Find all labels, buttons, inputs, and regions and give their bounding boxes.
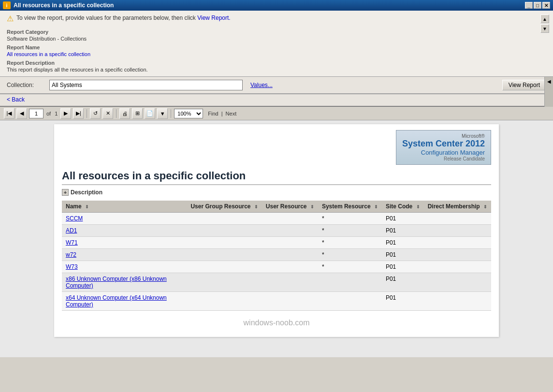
cell-user-group [187,213,262,225]
collapse-arrow-icon: ◀ [547,79,551,84]
cell-direct-membership [424,225,491,237]
cell-site-code: P01 [382,261,424,273]
col-system-resource[interactable]: System Resource ⇕ [318,201,382,213]
row-name-link[interactable]: W71 [66,239,78,246]
report-table: Name ⇕ User Group Resource ⇕ User Resour… [62,201,491,311]
window-controls: _ □ ✕ [525,2,550,9]
export-button[interactable]: 📄 [145,108,155,119]
category-value: Software Distribution - Collections [7,36,546,42]
table-row: W71*P01 [62,237,491,249]
cell-system-resource: * [318,237,382,249]
cell-system-resource [318,292,382,311]
row-name-link[interactable]: x86 Unknown Computer (x86 Unknown Comput… [66,276,167,289]
category-label: Report Category [7,29,546,35]
maximize-button[interactable]: □ [534,2,541,9]
view-report-button[interactable]: View Report [502,80,546,90]
desc-section: + Description [62,189,491,196]
cell-user-resource [262,213,318,225]
cell-user-resource [262,225,318,237]
collapse-up-btn[interactable]: ▲ [540,15,549,23]
report-desc-label: Report Description [7,60,546,66]
refresh-button[interactable]: ↺ [90,108,101,119]
zoom-select[interactable]: 100% 75% 50% 125% 150% [174,109,203,118]
cell-name: SCCM [62,213,187,225]
page-number-input[interactable] [29,109,44,118]
desc-toggle-icon: + [62,189,69,196]
info-warning: ⚠ To view the report, provide values for… [7,15,546,23]
table-row: x86 Unknown Computer (x86 Unknown Comput… [62,273,491,292]
separator-3 [171,109,171,118]
close-button[interactable]: ✕ [542,2,550,9]
cell-direct-membership [424,213,491,225]
back-link[interactable]: < Back [7,96,25,103]
window-title: All resources in a specific collection [14,2,114,9]
collection-label: Collection: [7,82,45,88]
cell-system-resource: * [318,213,382,225]
separator-1 [87,109,87,118]
table-row: W73*P01 [62,261,491,273]
cell-site-code: P01 [382,292,424,311]
back-link-panel: < Back [0,94,553,107]
report-desc-value: This report displays all the resources i… [7,67,546,73]
info-panel: ⚠ To view the report, provide values for… [0,11,553,77]
cell-site-code: P01 [382,273,424,292]
page-of-label: of [45,111,52,116]
cell-user-resource [262,249,318,261]
first-page-button[interactable]: |◀ [4,108,15,119]
sc-logo-box: Microsoft® System Center 2012 Configurat… [396,130,491,165]
export-dropdown-button[interactable]: ▼ [157,108,168,119]
cell-system-resource [318,273,382,292]
sort-sr-icon: ⇕ [374,204,378,209]
sc-brand: Microsoft® [402,133,485,139]
separator-2 [116,109,116,118]
layout-button[interactable]: ⊞ [132,108,143,119]
sort-ur-icon: ⇕ [310,204,314,209]
row-name-link[interactable]: AD1 [66,227,77,234]
cell-user-group [187,249,262,261]
next-page-button[interactable]: ▶ [60,108,71,119]
find-label[interactable]: Find [208,111,218,116]
warning-view-report-link[interactable]: View Report. [197,15,230,21]
stop-button[interactable]: ✕ [102,108,113,119]
last-page-button[interactable]: ▶| [73,108,84,119]
desc-toggle[interactable]: + Description [62,189,491,196]
cell-user-group [187,292,262,311]
row-name-link[interactable]: w72 [66,251,76,258]
row-name-link[interactable]: W73 [66,263,78,270]
print-button[interactable]: 🖨 [119,108,130,119]
cell-user-group [187,225,262,237]
sort-name-icon: ⇕ [85,204,89,209]
table-row: SCCM*P01 [62,213,491,225]
col-site-code[interactable]: Site Code ⇕ [382,201,424,213]
col-name[interactable]: Name ⇕ [62,201,187,213]
col-direct-membership[interactable]: Direct Membership ⇕ [424,201,491,213]
cell-user-resource [262,292,318,311]
table-row: AD1*P01 [62,225,491,237]
report-name-value[interactable]: All resources in a specific collection [7,51,546,57]
desc-toggle-label: Description [71,189,102,196]
cell-name: x64 Unknown Computer (x64 Unknown Comput… [62,292,187,311]
cell-user-resource [262,237,318,249]
prev-page-button[interactable]: ◀ [16,108,27,119]
right-collapse-panel[interactable]: ◀ [544,77,553,107]
row-name-link[interactable]: x64 Unknown Computer (x64 Unknown Comput… [66,294,167,308]
app-icon: i [3,1,11,9]
cell-system-resource: * [318,225,382,237]
minimize-button[interactable]: _ [525,2,533,9]
cell-user-group [187,273,262,292]
row-name-link[interactable]: SCCM [66,215,83,222]
warning-icon: ⚠ [7,14,14,23]
col-user-resource[interactable]: User Resource ⇕ [262,201,318,213]
cell-name: AD1 [62,225,187,237]
collection-input[interactable] [49,80,243,90]
values-link[interactable]: Values... [250,82,273,88]
watermark: windows-noob.com [62,311,491,331]
cell-user-group [187,237,262,249]
warning-text: To view the report, provide values for t… [16,15,231,21]
cell-direct-membership [424,261,491,273]
sc-subtitle: Configuration Manager [402,149,485,156]
col-user-group[interactable]: User Group Resource ⇕ [187,201,262,213]
params-panel: Collection: Values... View Report [0,77,553,94]
next-label[interactable]: Next [226,111,237,116]
collapse-down-btn[interactable]: ▼ [540,24,549,33]
